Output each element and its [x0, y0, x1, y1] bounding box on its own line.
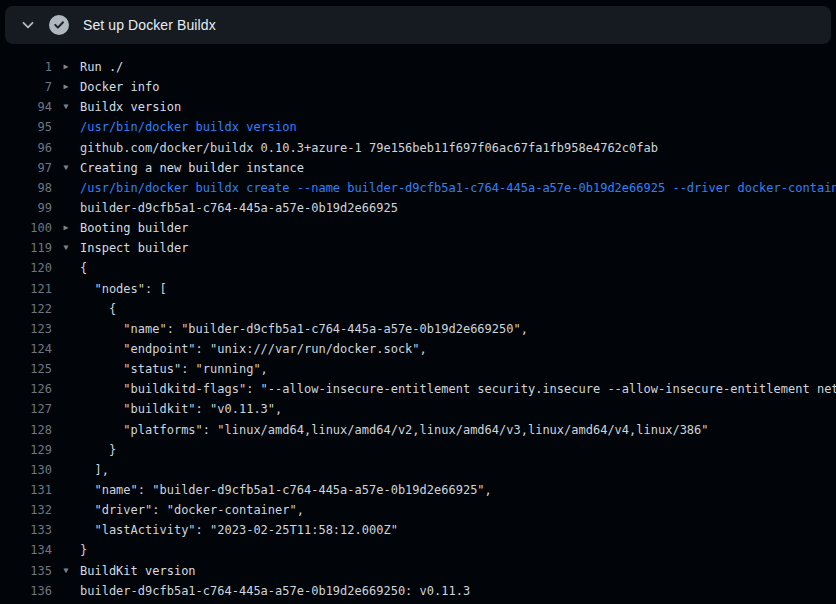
- log-line: 131 "name": "builder-d9cfb5a1-c764-445a-…: [0, 480, 836, 500]
- log-text: /usr/bin/docker buildx version: [80, 117, 297, 137]
- log-viewer: 1 ▶ Run ./ 7 ▶ Docker info 94 ▼ Buildx v…: [0, 44, 836, 604]
- log-text: "name": "builder-d9cfb5a1-c764-445a-a57e…: [80, 319, 528, 339]
- log-line[interactable]: 1 ▶ Run ./: [0, 57, 836, 77]
- log-text: "driver": "docker-container",: [80, 500, 304, 520]
- caret-collapsed-icon[interactable]: ▶: [52, 57, 80, 77]
- log-line: 98 /usr/bin/docker buildx create --name …: [0, 178, 836, 198]
- step-title: Set up Docker Buildx: [83, 17, 216, 33]
- log-text: builder-d9cfb5a1-c764-445a-a57e-0b19d2e6…: [80, 198, 398, 218]
- log-line: 96 github.com/docker/buildx 0.10.3+azure…: [0, 138, 836, 158]
- log-line: 129 }: [0, 440, 836, 460]
- line-number[interactable]: 130: [0, 460, 52, 480]
- log-text: "nodes": [: [80, 279, 167, 299]
- log-text: Docker info: [80, 77, 159, 97]
- line-number[interactable]: 134: [0, 540, 52, 560]
- log-line: 130 ],: [0, 460, 836, 480]
- line-number[interactable]: 121: [0, 279, 52, 299]
- line-number[interactable]: 136: [0, 581, 52, 601]
- caret-collapsed-icon[interactable]: ▶: [52, 218, 80, 238]
- log-line[interactable]: 97 ▼ Creating a new builder instance: [0, 158, 836, 178]
- line-number[interactable]: 7: [0, 77, 52, 97]
- log-line: 124 "endpoint": "unix:///var/run/docker.…: [0, 339, 836, 359]
- step-header[interactable]: Set up Docker Buildx: [5, 6, 831, 44]
- line-number[interactable]: 135: [0, 561, 52, 581]
- log-line: 136 builder-d9cfb5a1-c764-445a-a57e-0b19…: [0, 581, 836, 601]
- log-line: 133 "lastActivity": "2023-02-25T11:58:12…: [0, 520, 836, 540]
- log-line: 132 "driver": "docker-container",: [0, 500, 836, 520]
- line-number[interactable]: 120: [0, 258, 52, 278]
- log-line[interactable]: 135 ▼ BuildKit version: [0, 561, 836, 581]
- line-number[interactable]: 124: [0, 339, 52, 359]
- log-line: 123 "name": "builder-d9cfb5a1-c764-445a-…: [0, 319, 836, 339]
- log-text: Inspect builder: [80, 238, 188, 258]
- log-text: "endpoint": "unix:///var/run/docker.sock…: [80, 339, 427, 359]
- caret-expanded-icon[interactable]: ▼: [52, 158, 80, 178]
- log-line: 126 "buildkitd-flags": "--allow-insecure…: [0, 379, 836, 399]
- log-text: }: [80, 440, 116, 460]
- log-text: }: [80, 540, 87, 560]
- log-line[interactable]: 94 ▼ Buildx version: [0, 97, 836, 117]
- log-text: ],: [80, 460, 109, 480]
- log-text: builder-d9cfb5a1-c764-445a-a57e-0b19d2e6…: [80, 581, 470, 601]
- line-number[interactable]: 99: [0, 198, 52, 218]
- log-line: 134 }: [0, 540, 836, 560]
- line-number[interactable]: 97: [0, 158, 52, 178]
- log-text: {: [80, 258, 87, 278]
- line-number[interactable]: 94: [0, 97, 52, 117]
- caret-collapsed-icon[interactable]: ▶: [52, 77, 80, 97]
- log-text: "lastActivity": "2023-02-25T11:58:12.000…: [80, 520, 398, 540]
- log-text: /usr/bin/docker buildx create --name bui…: [80, 178, 836, 198]
- line-number[interactable]: 119: [0, 238, 52, 258]
- line-number[interactable]: 95: [0, 117, 52, 137]
- log-line[interactable]: 100 ▶ Booting builder: [0, 218, 836, 238]
- log-line: 127 "buildkit": "v0.11.3",: [0, 399, 836, 419]
- log-line: 122 {: [0, 299, 836, 319]
- log-line: 95 /usr/bin/docker buildx version: [0, 117, 836, 137]
- line-number[interactable]: 131: [0, 480, 52, 500]
- line-number[interactable]: 133: [0, 520, 52, 540]
- log-text: "name": "builder-d9cfb5a1-c764-445a-a57e…: [80, 480, 492, 500]
- line-number[interactable]: 127: [0, 399, 52, 419]
- log-line: 125 "status": "running",: [0, 359, 836, 379]
- log-text: github.com/docker/buildx 0.10.3+azure-1 …: [80, 138, 658, 158]
- line-number[interactable]: 122: [0, 299, 52, 319]
- log-text: "buildkitd-flags": "--allow-insecure-ent…: [80, 379, 836, 399]
- log-text: "status": "running",: [80, 359, 268, 379]
- log-text: Booting builder: [80, 218, 188, 238]
- log-text: Creating a new builder instance: [80, 158, 304, 178]
- caret-expanded-icon[interactable]: ▼: [52, 561, 80, 581]
- line-number[interactable]: 125: [0, 359, 52, 379]
- line-number[interactable]: 1: [0, 57, 52, 77]
- log-line: 99 builder-d9cfb5a1-c764-445a-a57e-0b19d…: [0, 198, 836, 218]
- line-number[interactable]: 123: [0, 319, 52, 339]
- line-number[interactable]: 132: [0, 500, 52, 520]
- line-number[interactable]: 96: [0, 138, 52, 158]
- log-line[interactable]: 7 ▶ Docker info: [0, 77, 836, 97]
- actions-log-panel: Set up Docker Buildx 1 ▶ Run ./ 7 ▶ Dock…: [0, 0, 836, 604]
- caret-expanded-icon[interactable]: ▼: [52, 97, 80, 117]
- log-text: Buildx version: [80, 97, 181, 117]
- caret-expanded-icon[interactable]: ▼: [52, 238, 80, 258]
- line-number[interactable]: 100: [0, 218, 52, 238]
- line-number[interactable]: 128: [0, 420, 52, 440]
- log-line: 121 "nodes": [: [0, 279, 836, 299]
- log-text: "platforms": "linux/amd64,linux/amd64/v2…: [80, 420, 709, 440]
- log-line: 128 "platforms": "linux/amd64,linux/amd6…: [0, 420, 836, 440]
- check-circle-icon: [49, 15, 69, 35]
- line-number[interactable]: 126: [0, 379, 52, 399]
- line-number[interactable]: 98: [0, 178, 52, 198]
- log-line: 120 {: [0, 258, 836, 278]
- log-text: "buildkit": "v0.11.3",: [80, 399, 282, 419]
- log-text: Run ./: [80, 57, 123, 77]
- log-line[interactable]: 119 ▼ Inspect builder: [0, 238, 836, 258]
- log-text: {: [80, 299, 116, 319]
- line-number[interactable]: 129: [0, 440, 52, 460]
- chevron-down-icon[interactable]: [19, 16, 37, 34]
- log-text: BuildKit version: [80, 561, 196, 581]
